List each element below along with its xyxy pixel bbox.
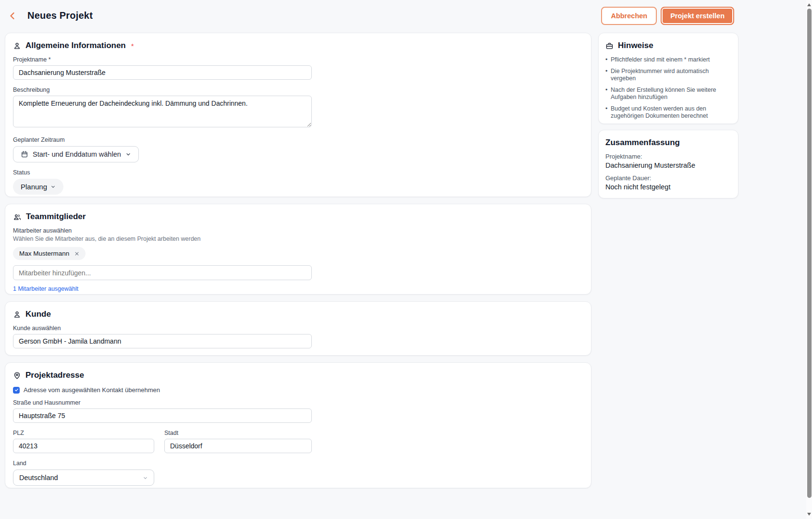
page-title: Neues Projekt xyxy=(27,10,93,21)
summary-dauer-value: Noch nicht festgelegt xyxy=(605,183,731,191)
briefcase-icon xyxy=(605,42,614,50)
mitarbeiter-hint: Wählen Sie die Mitarbeiter aus, die an d… xyxy=(13,235,583,242)
cancel-button[interactable]: Abbrechen xyxy=(601,7,657,25)
customer-card: Kunde Kunde auswählen xyxy=(5,301,591,356)
zeitraum-label: Geplanter Zeitraum xyxy=(13,136,583,143)
status-label: Status xyxy=(13,169,583,176)
use-contact-address-checkbox[interactable] xyxy=(13,387,20,394)
selected-count-link[interactable]: 1 Mitarbeiter ausgewählt xyxy=(13,285,583,292)
projektname-input[interactable] xyxy=(13,65,312,80)
date-range-label: Start- und Enddatum wählen xyxy=(33,150,121,158)
plz-label: PLZ xyxy=(13,430,154,436)
remove-member-icon[interactable] xyxy=(74,251,79,256)
country-label: Land xyxy=(13,460,583,467)
hints-title: Hinweise xyxy=(618,41,653,50)
general-info-title: Allgemeine Informationen xyxy=(25,41,126,50)
header-actions: Abbrechen Projekt erstellen xyxy=(601,7,734,25)
street-input[interactable] xyxy=(13,408,312,423)
plz-input[interactable] xyxy=(13,439,154,453)
hint-item: Nach der Erstellung können Sie weitere A… xyxy=(605,86,731,101)
general-info-card: Allgemeine Informationen * Projektname *… xyxy=(5,33,591,197)
plz-field: PLZ xyxy=(13,430,154,453)
address-title: Projektadresse xyxy=(25,371,84,380)
customer-title-row: Kunde xyxy=(13,309,583,319)
required-asterisk: * xyxy=(131,42,134,50)
member-chip: Max Mustermann xyxy=(13,247,86,260)
projektname-label: Projektname * xyxy=(13,56,583,63)
status-pill[interactable]: Planung xyxy=(13,179,63,195)
general-info-title-row: Allgemeine Informationen * xyxy=(13,41,583,50)
mitarbeiter-label: Mitarbeiter auswählen xyxy=(13,227,583,234)
summary-projektname-label: Projektname: xyxy=(605,153,731,160)
chevron-down-icon xyxy=(143,475,148,481)
summary-card: Zusammenfassung Projektname: Dachsanieru… xyxy=(598,130,738,198)
hint-item: Budget und Kosten werden aus den zugehör… xyxy=(605,105,731,120)
address-card: Projektadresse Adresse vom ausgewählten … xyxy=(5,362,591,488)
city-label: Stadt xyxy=(164,430,312,436)
map-pin-icon xyxy=(13,371,21,380)
beschreibung-textarea[interactable]: Komplette Erneuerung der Dacheindeckung … xyxy=(13,96,312,127)
hint-item: Pflichtfelder sind mit einem * markiert xyxy=(605,56,731,63)
use-contact-address-label: Adresse vom ausgewählten Kontakt überneh… xyxy=(24,386,160,394)
scrollbar-thumb[interactable] xyxy=(807,9,812,498)
hints-list: Pflichtfelder sind mit einem * markiert … xyxy=(605,56,731,120)
summary-title: Zusammenfassung xyxy=(605,138,731,148)
calendar-icon xyxy=(21,150,28,158)
chevron-down-icon xyxy=(50,184,56,189)
beschreibung-label: Beschreibung xyxy=(13,86,583,93)
chevron-left-icon xyxy=(9,12,15,20)
user-icon xyxy=(13,42,21,50)
scroll-up-arrow-icon[interactable] xyxy=(807,3,811,6)
hints-card: Hinweise Pflichtfelder sind mit einem * … xyxy=(598,33,738,124)
street-label: Straße und Hausnummer xyxy=(13,399,583,406)
vertical-scrollbar[interactable] xyxy=(806,0,812,519)
add-member-input[interactable] xyxy=(13,265,312,280)
kunde-input[interactable] xyxy=(13,334,312,348)
customer-title: Kunde xyxy=(25,309,51,319)
users-icon xyxy=(13,213,22,221)
city-input[interactable] xyxy=(164,439,312,453)
hint-item: Die Projektnummer wird automatisch verge… xyxy=(605,68,731,83)
hints-title-row: Hinweise xyxy=(605,41,731,50)
page-header: Neues Projekt Abbrechen Projekt erstelle… xyxy=(0,0,806,32)
team-title-row: Teammitglieder xyxy=(13,212,583,222)
summary-projektname-value: Dachsanierung Musterstraße xyxy=(605,161,731,169)
kunde-label: Kunde auswählen xyxy=(13,325,583,332)
user-icon xyxy=(13,310,21,319)
member-chip-name: Max Mustermann xyxy=(19,250,69,257)
summary-dauer-label: Geplante Dauer: xyxy=(605,174,731,182)
status-value: Planung xyxy=(21,183,47,191)
use-contact-address-row: Adresse vom ausgewählten Kontakt überneh… xyxy=(13,386,583,394)
team-card: Teammitglieder Mitarbeiter auswählen Wäh… xyxy=(5,204,591,295)
create-project-button[interactable]: Projekt erstellen xyxy=(661,7,734,25)
address-title-row: Projektadresse xyxy=(13,371,583,380)
chip-row: Max Mustermann xyxy=(13,247,583,260)
plz-city-row: PLZ Stadt xyxy=(13,430,583,453)
city-field: Stadt xyxy=(164,430,312,453)
back-button[interactable] xyxy=(7,11,17,21)
country-value: Deutschland xyxy=(19,474,58,482)
chevron-down-icon xyxy=(125,151,131,157)
date-range-button[interactable]: Start- und Enddatum wählen xyxy=(13,146,139,162)
team-title: Teammitglieder xyxy=(26,212,86,222)
country-select[interactable]: Deutschland xyxy=(13,470,154,486)
scroll-down-arrow-icon[interactable] xyxy=(807,513,811,516)
